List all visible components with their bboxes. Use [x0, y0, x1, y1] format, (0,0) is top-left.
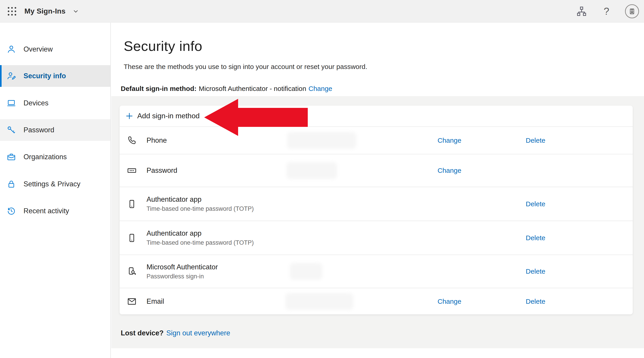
org-switcher-button[interactable] [575, 5, 588, 18]
history-clock-icon [6, 206, 16, 216]
authenticator2-delete-link[interactable]: Delete [526, 234, 546, 242]
ms-authenticator-delete-link[interactable]: Delete [526, 268, 546, 275]
help-icon: ? [604, 6, 609, 16]
phone-delete-link[interactable]: Delete [526, 136, 546, 144]
add-sign-in-method-label: Add sign-in method [137, 112, 200, 120]
briefcase-icon [6, 152, 16, 162]
id-badge-icon [627, 6, 637, 16]
person-icon [6, 44, 16, 54]
smartphone-icon [127, 233, 137, 243]
method-title: Microsoft Authenticator [146, 263, 218, 271]
sign-out-everywhere-link[interactable]: Sign out everywhere [166, 329, 230, 337]
method-title: Authenticator app [146, 196, 254, 204]
phone-change-link[interactable]: Change [438, 136, 461, 144]
page-description: These are the methods you use to sign in… [124, 63, 367, 70]
method-subtitle: Passwordless sign-in [146, 273, 218, 280]
waffle-icon [6, 6, 18, 17]
active-indicator [0, 65, 2, 87]
sidebar-item-settings-privacy[interactable]: Settings & Privacy [0, 173, 110, 195]
method-title: Phone [146, 136, 167, 144]
page-title: Security info [124, 38, 202, 54]
lock-icon [6, 179, 16, 189]
redacted-value [290, 263, 322, 280]
method-row-microsoft-authenticator: Microsoft Authenticator Passwordless sig… [120, 254, 633, 288]
phone-key-icon [127, 266, 137, 276]
help-button[interactable]: ? [600, 5, 613, 18]
person-edit-icon [6, 71, 16, 81]
key-icon [6, 125, 16, 135]
redacted-value [287, 132, 356, 149]
sidebar-item-security-info[interactable]: Security info [0, 65, 110, 87]
method-row-authenticator-app-2: Authenticator app Time-based one-time pa… [120, 220, 633, 254]
default-signin-method-line: Default sign-in method: Microsoft Authen… [121, 85, 332, 92]
sidebar-item-label: Password [24, 126, 54, 134]
method-row-password: Password Change [120, 154, 633, 186]
envelope-icon [127, 296, 137, 307]
method-title: Password [146, 166, 177, 174]
email-delete-link[interactable]: Delete [526, 298, 546, 305]
sidebar-item-recent-activity[interactable]: Recent activity [0, 200, 110, 222]
sidebar-item-password[interactable]: Password [0, 119, 110, 141]
account-avatar-button[interactable] [625, 4, 639, 18]
redacted-value [285, 293, 353, 310]
phone-handset-icon [127, 135, 137, 146]
redacted-value [286, 162, 337, 179]
password-change-link[interactable]: Change [438, 167, 461, 174]
sidebar-item-label: Recent activity [24, 207, 69, 215]
add-sign-in-method-button[interactable]: Add sign-in method [120, 106, 633, 126]
sidebar-item-label: Overview [24, 45, 53, 53]
smartphone-icon [127, 199, 137, 209]
email-change-link[interactable]: Change [438, 298, 461, 305]
default-method-label: Default sign-in method: [121, 85, 196, 92]
sidebar-item-label: Settings & Privacy [24, 180, 80, 188]
sidebar-nav: Overview Security info Devices Password [0, 22, 111, 358]
chevron-down-icon[interactable] [72, 7, 80, 16]
method-row-email: Email Change Delete [120, 288, 633, 314]
signin-methods-card: Add sign-in method Phone Change Delete P… [120, 106, 633, 314]
method-row-phone: Phone Change Delete [120, 126, 633, 154]
my-signins-page: My Sign-Ins ? [0, 0, 644, 358]
method-title: Authenticator app [146, 229, 254, 238]
sidebar-item-overview[interactable]: Overview [0, 38, 110, 60]
default-method-value: Microsoft Authenticator - notification [199, 85, 306, 92]
password-box-icon [127, 165, 137, 176]
laptop-icon [6, 98, 16, 108]
lost-device-line: Lost device? Sign out everywhere [121, 329, 230, 337]
lost-device-label: Lost device? [121, 329, 164, 337]
sidebar-item-label: Devices [24, 99, 48, 107]
method-title: Email [146, 298, 164, 306]
sidebar-item-label: Security info [24, 72, 66, 80]
default-method-change-link[interactable]: Change [308, 85, 332, 92]
method-row-authenticator-app-1: Authenticator app Time-based one-time pa… [120, 186, 633, 220]
app-title: My Sign-Ins [24, 7, 66, 16]
sidebar-item-devices[interactable]: Devices [0, 92, 110, 114]
sidebar-item-organizations[interactable]: Organizations [0, 146, 110, 168]
top-header-bar: My Sign-Ins ? [0, 0, 644, 22]
method-subtitle: Time-based one-time password (TOTP) [146, 239, 254, 246]
app-launcher-button[interactable] [6, 5, 18, 18]
sidebar-item-label: Organizations [24, 153, 67, 161]
plus-icon [125, 112, 134, 120]
org-chart-icon [576, 6, 588, 17]
method-subtitle: Time-based one-time password (TOTP) [146, 205, 254, 212]
authenticator1-delete-link[interactable]: Delete [526, 200, 546, 208]
